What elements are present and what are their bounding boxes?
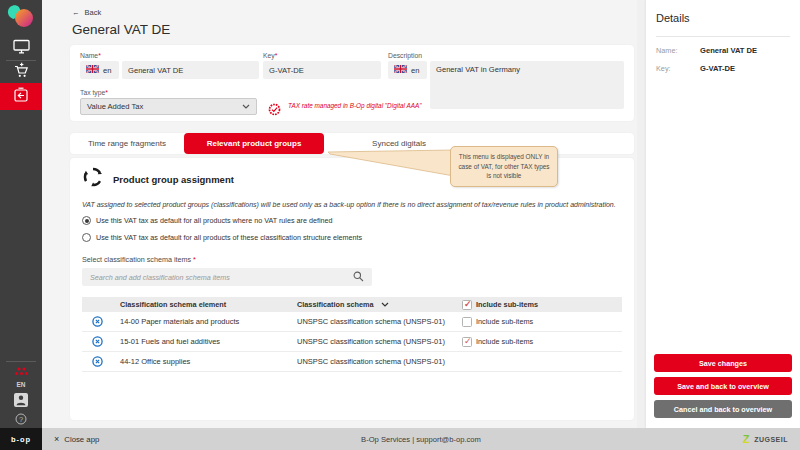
details-title: Details xyxy=(656,12,790,37)
description-lang-selector[interactable]: en xyxy=(388,61,427,79)
name-lang-code: en xyxy=(103,66,111,75)
footer-bar: × Close app B-Op Services | support@b-op… xyxy=(42,428,800,450)
name-lang-selector[interactable]: en xyxy=(80,61,119,79)
radio-button[interactable] xyxy=(82,233,91,242)
tax-type-label: Tax type* xyxy=(80,89,108,96)
sort-chevron-icon[interactable] xyxy=(381,302,389,307)
details-name-row: Name: General VAT DE xyxy=(656,46,790,55)
page-title: General VAT DE xyxy=(72,22,170,37)
svg-text:Z: Z xyxy=(743,434,750,444)
back-button[interactable]: ← Back xyxy=(72,8,101,17)
table-row: 14-00 Paper materials and productsUNSPSC… xyxy=(82,312,622,332)
col-schema-element[interactable]: Classification schema element xyxy=(112,300,289,309)
key-input[interactable]: G-VAT-DE xyxy=(263,61,381,79)
col-include-sub-items: Include sub-items xyxy=(476,300,538,309)
radio-button[interactable] xyxy=(82,216,91,225)
schema-table: Classification schema element Classifica… xyxy=(82,297,622,372)
notifications-dots-icon[interactable] xyxy=(0,365,42,377)
table-header: Classification schema element Classifica… xyxy=(82,297,622,312)
bop-logo: b-op xyxy=(0,428,42,450)
sidebar-item-tax-active[interactable] xyxy=(0,83,42,110)
app-sidebar: EN ? xyxy=(0,0,42,428)
select-schema-label: Select classification schema items * xyxy=(82,255,622,264)
cancel-back-button[interactable]: Cancel and back to overview xyxy=(654,400,792,418)
details-panel: Details Name: General VAT DE Key: G-VAT-… xyxy=(646,0,800,428)
close-icon: × xyxy=(54,435,59,444)
uk-flag-icon xyxy=(394,65,407,75)
svg-text:?: ? xyxy=(19,415,23,424)
close-app-button[interactable]: × Close app xyxy=(54,435,99,444)
language-switch[interactable]: EN xyxy=(0,379,42,389)
recycle-icon xyxy=(82,166,104,192)
vat-form-card: Name* en General VAT DE Key* G-VAT-DE De… xyxy=(70,45,634,121)
name-input[interactable]: General VAT DE xyxy=(122,61,259,79)
table-body: 14-00 Paper materials and productsUNSPSC… xyxy=(82,312,622,372)
sidebar-divider xyxy=(6,361,36,362)
radio-row[interactable]: Use this VAT tax as default for all prod… xyxy=(82,216,622,225)
radio-row[interactable]: Use this VAT tax as default for all prod… xyxy=(82,233,622,242)
table-row: 44-12 Office suppliesUNSPSC classificati… xyxy=(82,352,622,372)
save-back-button[interactable]: Save and back to overview xyxy=(654,377,792,395)
remove-item-icon[interactable] xyxy=(92,356,103,367)
schema-cell: UNSPSC classification schema (UNSPS-01) xyxy=(289,317,454,326)
tab-relevant-product-groups[interactable]: Relevant product groups xyxy=(184,133,324,154)
schema-element-cell: 44-12 Office supplies xyxy=(112,357,289,366)
key-label: Key* xyxy=(263,52,277,59)
remove-item-icon[interactable] xyxy=(92,316,103,327)
section-description: VAT assigned to selected product groups … xyxy=(82,201,622,208)
sidebar-item-monitor[interactable] xyxy=(0,38,42,58)
schema-element-cell: 14-00 Paper materials and products xyxy=(112,317,289,326)
header-include-checkbox[interactable] xyxy=(462,300,472,310)
details-key-row: Key: G-VAT-DE xyxy=(656,64,790,73)
search-icon[interactable] xyxy=(353,268,364,286)
tax-type-select[interactable]: Value Added Tax xyxy=(80,98,257,115)
section-title: Product group assignment xyxy=(113,174,234,185)
zugseil-brand: Z ZUGSEIL xyxy=(741,430,788,448)
description-input[interactable]: General VAT in Germany xyxy=(430,61,624,109)
help-icon[interactable]: ? xyxy=(0,412,42,426)
schema-cell: UNSPSC classification schema (UNSPS-01) xyxy=(289,337,454,346)
tab-time-range-fragments[interactable]: Time range fragments xyxy=(70,133,184,154)
radio-label: Use this VAT tax as default for all prod… xyxy=(96,216,333,225)
product-group-card: Product group assignment VAT assigned to… xyxy=(70,158,634,420)
vat-menu-tooltip: This menu is displayed ONLY in case of V… xyxy=(450,146,558,187)
tax-note: TAX rate managed in B-Op digital "Digita… xyxy=(288,101,448,110)
uk-flag-icon xyxy=(86,65,99,75)
name-label: Name* xyxy=(80,52,101,59)
tax-managed-seal-icon xyxy=(268,102,281,120)
main-content: ← Back General VAT DE Name* en General V… xyxy=(42,0,637,428)
include-sub-items-label: Include sub-items xyxy=(476,337,533,346)
schema-element-cell: 15-01 Fuels and fuel additives xyxy=(112,337,289,346)
cart-plus-icon xyxy=(13,62,30,83)
schema-search-input[interactable]: Search and add classification schema ite… xyxy=(82,268,372,286)
import-box-icon xyxy=(13,87,29,107)
sidebar-item-cart[interactable] xyxy=(0,62,42,82)
user-avatar[interactable] xyxy=(0,392,42,408)
radio-label: Use this VAT tax as default for all prod… xyxy=(96,233,362,242)
table-row: 15-01 Fuels and fuel additivesUNSPSC cla… xyxy=(82,332,622,352)
zugseil-logo-icon: Z xyxy=(741,430,751,448)
footer-support-text: B-Op Services | support@b-op.com xyxy=(42,435,800,444)
save-changes-button[interactable]: Save changes xyxy=(654,354,792,372)
schema-cell: UNSPSC classification schema (UNSPS-01) xyxy=(289,357,454,366)
description-label: Description xyxy=(388,52,422,59)
search-placeholder: Search and add classification schema ite… xyxy=(90,273,353,282)
app-logo-icon xyxy=(5,4,37,38)
chevron-down-icon xyxy=(242,102,250,111)
remove-item-icon[interactable] xyxy=(92,336,103,347)
monitor-icon xyxy=(13,39,30,58)
description-lang-code: en xyxy=(411,66,419,75)
back-arrow-icon: ← xyxy=(72,8,80,17)
back-label: Back xyxy=(85,8,102,17)
include-sub-items-checkbox[interactable] xyxy=(462,337,472,347)
include-sub-items-checkbox[interactable] xyxy=(462,317,472,327)
col-schema[interactable]: Classification schema xyxy=(289,300,454,309)
include-sub-items-label: Include sub-items xyxy=(476,317,533,326)
